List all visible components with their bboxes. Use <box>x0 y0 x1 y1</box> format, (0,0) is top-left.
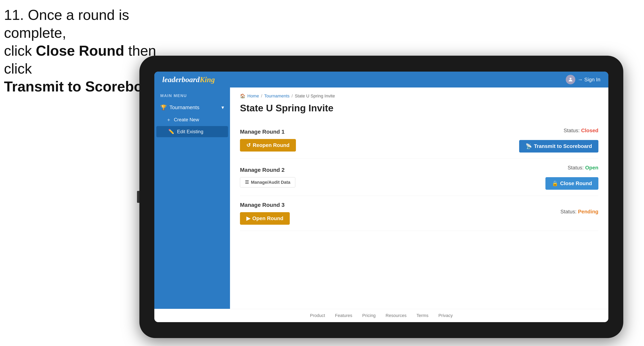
round3-status-prefix: Status: <box>560 209 578 214</box>
sidebar: MAIN MENU 🏆 Tournaments ▾ ＋ Create New ✏… <box>154 87 230 309</box>
footer: Product Features Pricing Resources Terms… <box>154 309 608 322</box>
round1-status-prefix: Status: <box>564 128 581 133</box>
footer-link-product[interactable]: Product <box>310 313 325 318</box>
footer-link-pricing[interactable]: Pricing <box>362 313 376 318</box>
sidebar-item-create-new[interactable]: ＋ Create New <box>154 114 230 126</box>
trophy-icon: 🏆 <box>160 104 167 111</box>
round3-right: Status: Pending <box>560 209 598 218</box>
instruction-line1: 11. Once a round is complete, <box>4 6 183 42</box>
round2-left: Manage Round 2 ☰ Manage/Audit Data <box>240 167 295 187</box>
page-title: State U Spring Invite <box>240 103 598 114</box>
chevron-down-icon: ▾ <box>222 104 224 111</box>
open-round-button[interactable]: ▶ Open Round <box>240 212 290 225</box>
manage-icon: ☰ <box>245 180 249 185</box>
round2-label: Manage Round 2 <box>240 167 295 173</box>
round1-section: Manage Round 1 ↺ Reopen Round Status: Cl… <box>240 122 598 159</box>
avatar-icon <box>566 75 575 84</box>
breadcrumb-tournaments[interactable]: Tournaments <box>264 93 290 99</box>
round1-status: Status: Closed <box>564 128 598 134</box>
transmit-label: Transmit to Scoreboard <box>534 143 592 149</box>
round3-label: Manage Round 3 <box>240 202 290 208</box>
close-icon: 🔒 <box>552 180 558 186</box>
reopen-round-button[interactable]: ↺ Reopen Round <box>240 139 296 152</box>
transmit-to-scoreboard-button[interactable]: 📡 Transmit to Scoreboard <box>519 140 598 153</box>
logo-area: leaderboardKing <box>162 75 215 84</box>
round3-status: Status: Pending <box>560 209 598 215</box>
main-menu-label: MAIN MENU <box>154 91 230 101</box>
manage-audit-data-button[interactable]: ☰ Manage/Audit Data <box>240 177 295 187</box>
breadcrumb-home[interactable]: Home <box>247 93 259 99</box>
round2-status-prefix: Status: <box>568 165 585 171</box>
breadcrumb-sep2: / <box>292 93 293 99</box>
breadcrumb: 🏠 Home / Tournaments / State U Spring In… <box>240 93 598 99</box>
round2-right: Status: Open 🔒 Close Round <box>546 165 598 190</box>
footer-link-resources[interactable]: Resources <box>386 313 406 318</box>
sidebar-item-tournaments[interactable]: 🏆 Tournaments ▾ <box>154 101 230 114</box>
edit-icon: ✏️ <box>168 129 174 134</box>
logo-king: King <box>200 75 215 84</box>
logo: leaderboardKing <box>162 75 215 84</box>
sidebar-item-edit-existing[interactable]: ✏️ Edit Existing <box>156 126 228 137</box>
create-new-label: Create New <box>174 117 199 123</box>
footer-link-privacy[interactable]: Privacy <box>438 313 453 318</box>
transmit-icon: 📡 <box>526 143 532 149</box>
manage-audit-label: Manage/Audit Data <box>251 180 290 185</box>
open-icon: ▶ <box>246 215 250 221</box>
sign-in-label[interactable]: → Sign In <box>578 77 600 83</box>
reopen-icon: ↺ <box>246 142 251 148</box>
plus-icon: ＋ <box>166 117 171 123</box>
round1-label: Manage Round 1 <box>240 129 296 135</box>
tablet-screen: leaderboardKing → Sign In MAIN MENU <box>154 72 608 322</box>
footer-link-features[interactable]: Features <box>335 313 352 318</box>
tablet-shell: leaderboardKing → Sign In MAIN MENU <box>140 56 623 338</box>
instruction-close-round-bold: Close Round <box>36 43 124 59</box>
round3-section: Manage Round 3 ▶ Open Round Status: Pend… <box>240 196 598 231</box>
page-content: 🏠 Home / Tournaments / State U Spring In… <box>230 87 608 309</box>
breadcrumb-current: State U Spring Invite <box>295 93 335 99</box>
round2-status: Status: Open <box>568 165 598 171</box>
tablet-side-button <box>137 191 140 203</box>
close-round-label: Close Round <box>560 180 592 186</box>
open-round-label: Open Round <box>252 215 283 221</box>
round3-left: Manage Round 3 ▶ Open Round <box>240 202 290 225</box>
round2-section: Manage Round 2 ☰ Manage/Audit Data Statu… <box>240 159 598 196</box>
breadcrumb-sep1: / <box>261 93 262 99</box>
round1-left: Manage Round 1 ↺ Reopen Round <box>240 129 296 152</box>
svg-point-2 <box>570 78 571 80</box>
breadcrumb-home-icon: 🏠 <box>240 93 245 99</box>
round2-status-value: Open <box>585 165 598 171</box>
main-content: MAIN MENU 🏆 Tournaments ▾ ＋ Create New ✏… <box>154 87 608 309</box>
top-bar: leaderboardKing → Sign In <box>154 72 608 87</box>
edit-existing-label: Edit Existing <box>177 129 203 134</box>
reopen-round-label: Reopen Round <box>253 142 290 148</box>
round3-status-value: Pending <box>578 209 598 214</box>
round1-status-value: Closed <box>581 128 598 133</box>
tournaments-label: Tournaments <box>170 104 199 111</box>
footer-link-terms[interactable]: Terms <box>416 313 428 318</box>
close-round-button[interactable]: 🔒 Close Round <box>546 177 598 190</box>
sign-in-area[interactable]: → Sign In <box>566 75 600 84</box>
round1-right: Status: Closed 📡 Transmit to Scoreboard <box>519 128 598 153</box>
instruction-line2-prefix: click <box>4 43 36 59</box>
